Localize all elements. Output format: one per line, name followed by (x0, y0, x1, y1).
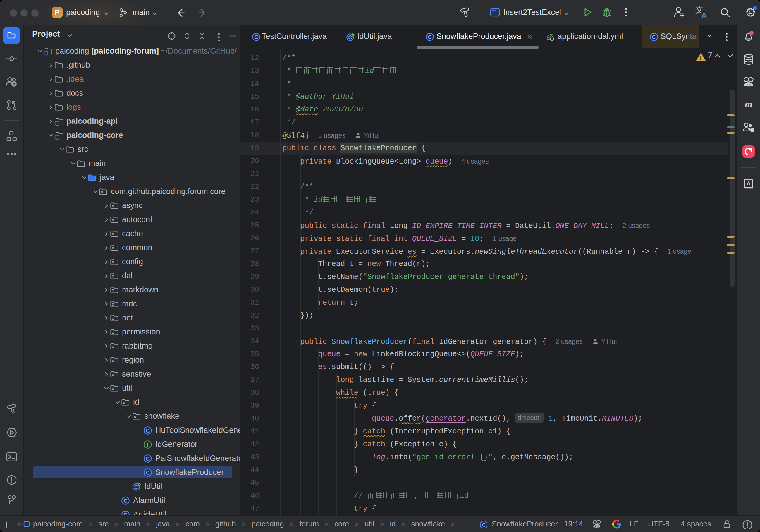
svg-text:C: C (123, 498, 127, 504)
svg-text:A: A (746, 180, 750, 186)
svg-text:C: C (428, 34, 432, 40)
svg-text:C: C (146, 470, 150, 476)
svg-text:C: C (146, 427, 150, 434)
svg-text:A: A (701, 11, 707, 19)
svg-text:I: I (147, 442, 148, 448)
svg-text:C: C (146, 456, 150, 462)
svg-text:C: C (482, 522, 486, 528)
svg-text:C: C (135, 484, 138, 490)
svg-text:C: C (254, 34, 258, 40)
svg-text:C: C (652, 34, 656, 40)
svg-text:?: ? (13, 82, 15, 87)
svg-text:C: C (123, 512, 127, 515)
svg-text:m: m (744, 99, 752, 110)
svg-text:C: C (349, 34, 352, 40)
